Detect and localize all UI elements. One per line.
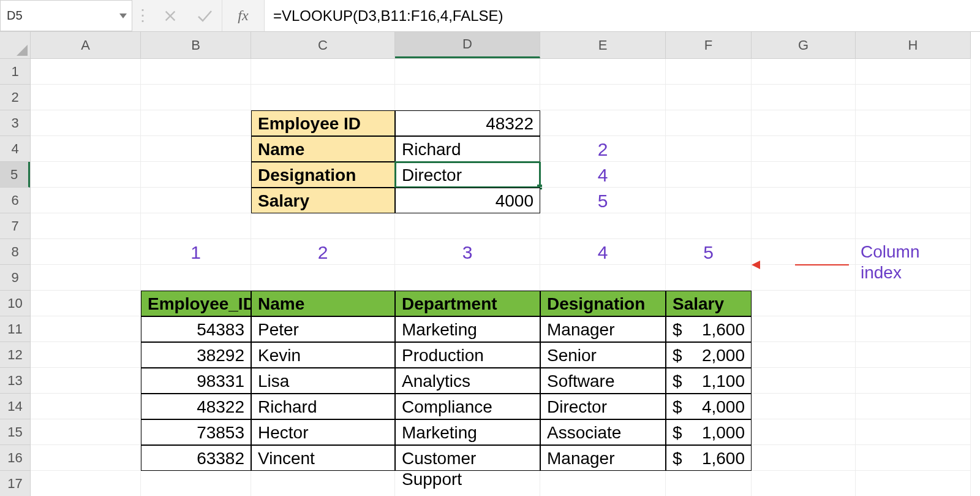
cell-G17[interactable] [752, 471, 856, 496]
cell-B6[interactable] [141, 188, 251, 213]
cell-D1[interactable] [395, 59, 540, 85]
cell-F4[interactable] [666, 136, 752, 162]
td-desig-5[interactable]: Manager [540, 445, 666, 471]
cell-F3[interactable] [666, 110, 752, 136]
cell-E3[interactable] [540, 110, 666, 136]
td-salary-5[interactable]: $1,600 [666, 445, 752, 471]
td-dept-3[interactable]: Compliance [395, 394, 540, 419]
row-header-11[interactable]: 11 [0, 316, 30, 342]
formula-input[interactable]: =VLOOKUP(D3,B11:F16,4,FALSE) [265, 0, 980, 31]
td-dept-2[interactable]: Analytics [395, 368, 540, 394]
cell-A11[interactable] [31, 316, 141, 342]
cell-A2[interactable] [31, 85, 141, 110]
row-header-9[interactable]: 9 [0, 265, 30, 291]
cell-G16[interactable] [752, 445, 856, 471]
cell-C1[interactable] [251, 59, 395, 85]
row-header-10[interactable]: 10 [0, 291, 30, 316]
col-header-G[interactable]: G [752, 32, 856, 58]
row-header-5[interactable]: 5 [0, 162, 30, 188]
row-header-12[interactable]: 12 [0, 342, 30, 368]
cell-B2[interactable] [141, 85, 251, 110]
cell-A12[interactable] [31, 342, 141, 368]
cell-A1[interactable] [31, 59, 141, 85]
row-header-7[interactable]: 7 [0, 213, 30, 239]
td-salary-4[interactable]: $1,000 [666, 419, 752, 445]
cell-E17[interactable] [540, 471, 666, 496]
cell-A9[interactable] [31, 265, 141, 291]
value-designation[interactable]: Director [395, 162, 540, 188]
row-header-4[interactable]: 4 [0, 136, 30, 162]
td-id-2[interactable]: 98331 [141, 368, 251, 394]
row-header-6[interactable]: 6 [0, 188, 30, 213]
td-desig-2[interactable]: Software Engine [540, 368, 666, 394]
row-header-1[interactable]: 1 [0, 59, 30, 85]
fx-label[interactable]: fx [222, 0, 265, 31]
cell-A16[interactable] [31, 445, 141, 471]
select-all-corner[interactable] [0, 32, 31, 59]
td-salary-3[interactable]: $4,000 [666, 394, 752, 419]
cell-G2[interactable] [752, 85, 856, 110]
td-salary-2[interactable]: $1,100 [666, 368, 752, 394]
cell-G6[interactable] [752, 188, 856, 213]
col-header-B[interactable]: B [141, 32, 251, 58]
cell-E1[interactable] [540, 59, 666, 85]
cell-C7[interactable] [251, 213, 395, 239]
row-header-8[interactable]: 8 [0, 239, 30, 265]
cell-E7[interactable] [540, 213, 666, 239]
td-dept-0[interactable]: Marketing [395, 316, 540, 342]
cell-H16[interactable] [856, 445, 971, 471]
td-id-3[interactable]: 48322 [141, 394, 251, 419]
cell-B4[interactable] [141, 136, 251, 162]
cell-G11[interactable] [752, 316, 856, 342]
cell-H17[interactable] [856, 471, 971, 496]
cell-D7[interactable] [395, 213, 540, 239]
td-id-0[interactable]: 54383 [141, 316, 251, 342]
cell-D2[interactable] [395, 85, 540, 110]
cell-F7[interactable] [666, 213, 752, 239]
td-desig-4[interactable]: Associate [540, 419, 666, 445]
cell-H3[interactable] [856, 110, 971, 136]
cell-A3[interactable] [31, 110, 141, 136]
td-name-2[interactable]: Lisa [251, 368, 395, 394]
cell-H1[interactable] [856, 59, 971, 85]
cell-B17[interactable] [141, 471, 251, 496]
value-name[interactable]: Richard [395, 136, 540, 162]
cell-C2[interactable] [251, 85, 395, 110]
col-header-C[interactable]: C [251, 32, 395, 58]
cell-G10[interactable] [752, 291, 856, 316]
cell-H11[interactable] [856, 316, 971, 342]
cell-H4[interactable] [856, 136, 971, 162]
cell-G1[interactable] [752, 59, 856, 85]
cell-E2[interactable] [540, 85, 666, 110]
cell-G5[interactable] [752, 162, 856, 188]
cell-A6[interactable] [31, 188, 141, 213]
value-employee-id[interactable]: 48322 [395, 110, 540, 136]
cell-F2[interactable] [666, 85, 752, 110]
cell-F1[interactable] [666, 59, 752, 85]
cell-A13[interactable] [31, 368, 141, 394]
td-name-0[interactable]: Peter [251, 316, 395, 342]
value-salary[interactable]: 4000 [395, 188, 540, 213]
row-header-2[interactable]: 2 [0, 85, 30, 110]
td-name-5[interactable]: Vincent [251, 445, 395, 471]
col-header-D[interactable]: D [395, 32, 540, 58]
cell-B5[interactable] [141, 162, 251, 188]
row-header-16[interactable]: 16 [0, 445, 30, 471]
col-header-E[interactable]: E [540, 32, 666, 58]
td-desig-1[interactable]: Senior Manager [540, 342, 666, 368]
td-salary-0[interactable]: $1,600 [666, 316, 752, 342]
cell-G4[interactable] [752, 136, 856, 162]
cell-G14[interactable] [752, 394, 856, 419]
cell-H13[interactable] [856, 368, 971, 394]
cell-C17[interactable] [251, 471, 395, 496]
cell-G15[interactable] [752, 419, 856, 445]
cell-A10[interactable] [31, 291, 141, 316]
row-header-13[interactable]: 13 [0, 368, 30, 394]
cell-G12[interactable] [752, 342, 856, 368]
td-dept-4[interactable]: Marketing [395, 419, 540, 445]
row-header-14[interactable]: 14 [0, 394, 30, 419]
td-name-3[interactable]: Richard [251, 394, 395, 419]
td-name-4[interactable]: Hector [251, 419, 395, 445]
cell-H15[interactable] [856, 419, 971, 445]
cell-A7[interactable] [31, 213, 141, 239]
